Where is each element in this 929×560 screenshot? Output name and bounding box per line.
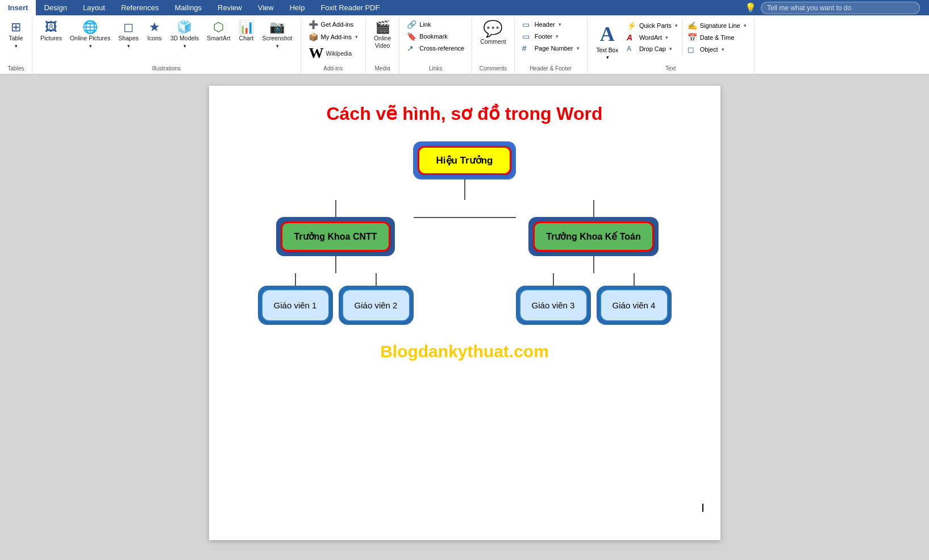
addins-group-label: Add-ins: [323, 64, 343, 73]
wordart-button[interactable]: A WordArt ▾: [624, 32, 681, 43]
3d-models-label: 3D Models: [170, 35, 199, 42]
v-connector-root: [464, 179, 465, 200]
links-group-label: Links: [429, 64, 442, 73]
bookmark-icon: 🔖: [407, 32, 417, 41]
document-page: Cách vẽ hình, sơ đồ trong Word Hiệu Trưở…: [209, 86, 720, 540]
object-icon: ◻: [688, 45, 698, 54]
chart-label: Chart: [239, 35, 254, 42]
page-number-button[interactable]: # Page Number ▾: [519, 43, 582, 54]
ribbon-group-addins: ➕ Get Add-ins 📦 My Add-ins ▾ W Wikipedia…: [301, 18, 366, 74]
tab-review[interactable]: Review: [210, 0, 250, 15]
quick-parts-button[interactable]: ⚡ Quick Parts ▾: [624, 20, 681, 31]
wordart-label: WordArt: [639, 34, 662, 41]
get-addins-icon: ➕: [309, 20, 319, 29]
ribbon-group-comments: 💬 Comment Comments: [472, 18, 515, 74]
giao-vien-3-node: Giáo viên 3: [519, 289, 588, 321]
tab-help[interactable]: Help: [282, 0, 313, 15]
tab-references[interactable]: References: [113, 0, 166, 15]
my-addins-label: My Add-ins: [321, 34, 352, 40]
page-number-icon: #: [522, 44, 532, 53]
giao-vien-2-node: Giáo viên 2: [342, 289, 410, 321]
bookmark-button[interactable]: 🔖 Bookmark: [404, 31, 451, 42]
date-time-button[interactable]: 📅 Date & Time: [685, 32, 749, 43]
header-label: Header: [535, 21, 555, 28]
bookmark-label: Bookmark: [419, 33, 448, 40]
pictures-icon: 🖼: [45, 21, 57, 34]
online-video-button[interactable]: 🎬 OnlineVideo: [370, 19, 394, 51]
page-number-arrow: ▾: [577, 45, 580, 51]
get-addins-button[interactable]: ➕ Get Add-ins: [306, 19, 356, 30]
giao-vien-2-wrap: Giáo viên 2: [339, 286, 414, 325]
pictures-label: Pictures: [40, 35, 62, 42]
link-button[interactable]: 🔗 Link: [404, 19, 434, 30]
smartart-button[interactable]: ⬡ SmartArt: [203, 19, 234, 44]
comment-icon: 💬: [483, 21, 503, 37]
tab-foxit[interactable]: Foxit Reader PDF: [313, 0, 388, 15]
signature-line-arrow: ▾: [744, 23, 747, 28]
tab-view[interactable]: View: [250, 0, 282, 15]
wikipedia-button[interactable]: W Wikipedia: [306, 44, 356, 63]
cross-reference-button[interactable]: ↗ Cross-reference: [404, 43, 467, 54]
table-label: Table: [9, 35, 23, 42]
truong-khoa-ketoan-wrap: Trưởng Khoa Kế Toán: [528, 217, 659, 256]
text-cursor: [702, 504, 703, 512]
table-button[interactable]: ⊞ Table ▾: [5, 19, 27, 51]
truong-khoa-ketoan-node: Trưởng Khoa Kế Toán: [533, 222, 654, 252]
wikipedia-icon: W: [309, 45, 324, 62]
get-addins-label: Get Add-ins: [321, 21, 353, 28]
tab-mailings[interactable]: Mailings: [166, 0, 210, 15]
link-icon: 🔗: [407, 20, 417, 29]
drop-cap-button[interactable]: A Drop Cap ▾: [624, 44, 681, 54]
online-pictures-icon: 🌐: [82, 21, 98, 34]
object-label: Object: [700, 46, 718, 53]
ribbon-group-illustrations: 🖼 Pictures 🌐 Online Pictures ▾ ◻ Shapes …: [32, 18, 301, 74]
footer-label: Footer: [535, 33, 553, 40]
text-group-label: Text: [665, 64, 676, 73]
screenshot-icon: 📷: [269, 21, 285, 34]
online-video-label: OnlineVideo: [374, 35, 391, 49]
ribbon-group-tables: ⊞ Table ▾ Tables: [0, 18, 32, 74]
chart-button[interactable]: 📊 Chart: [235, 19, 257, 44]
header-footer-group-label: Header & Footer: [530, 64, 572, 73]
header-icon: ▭: [522, 20, 532, 29]
my-addins-button[interactable]: 📦 My Add-ins ▾: [306, 31, 361, 43]
3d-models-button[interactable]: 🧊 3D Models ▾: [167, 19, 202, 51]
text-box-button[interactable]: A Text Box ▾: [592, 19, 623, 64]
chart-icon: 📊: [239, 21, 254, 34]
text-box-label: Text Box: [597, 47, 618, 53]
tab-design[interactable]: Design: [36, 0, 74, 15]
wordart-arrow: ▾: [665, 35, 668, 40]
shapes-arrow: ▾: [127, 43, 130, 49]
online-video-icon: 🎬: [375, 21, 390, 34]
comment-button[interactable]: 💬 Comment: [477, 19, 510, 48]
document-title: Cách vẽ hình, sơ đồ trong Word: [232, 103, 698, 124]
giao-vien-4-wrap: Giáo viên 4: [597, 286, 672, 325]
screenshot-button[interactable]: 📷 Screenshot ▾: [259, 19, 295, 51]
wikipedia-label: Wikipedia: [326, 50, 352, 57]
wordart-icon: A: [627, 33, 637, 42]
my-addins-icon: 📦: [309, 32, 319, 41]
online-pictures-button[interactable]: 🌐 Online Pictures ▾: [66, 19, 114, 51]
ribbon-tabs: Insert Design Layout References Mailings…: [0, 0, 388, 15]
page-number-label: Page Number: [535, 45, 573, 52]
object-button[interactable]: ◻ Object ▾: [685, 44, 749, 55]
pictures-button[interactable]: 🖼 Pictures: [37, 19, 65, 44]
table-dropdown-arrow: ▾: [15, 43, 18, 49]
header-button[interactable]: ▭ Header ▾: [519, 19, 564, 30]
shapes-button[interactable]: ◻ Shapes ▾: [115, 19, 142, 51]
ribbon-group-header-footer: ▭ Header ▾ ▭ Footer ▾ # Page Number ▾ He…: [515, 18, 588, 74]
tell-me-input[interactable]: [761, 2, 920, 14]
document-area: Cách vẽ hình, sơ đồ trong Word Hiệu Trưở…: [0, 74, 929, 551]
3d-models-icon: 🧊: [177, 21, 192, 34]
signature-line-button[interactable]: ✍ Signature Line ▾: [685, 20, 749, 31]
org-chart: Hiệu Trưởng Trưởng Khoa CNTT: [232, 141, 698, 325]
tab-layout[interactable]: Layout: [75, 0, 113, 15]
quick-parts-icon: ⚡: [627, 21, 637, 30]
footer-icon: ▭: [522, 32, 532, 41]
icons-button[interactable]: ★ Icons: [143, 19, 166, 44]
illustrations-group-label: Illustrations: [152, 64, 181, 73]
ribbon-group-media: 🎬 OnlineVideo Media: [366, 18, 399, 74]
tab-insert[interactable]: Insert: [0, 0, 36, 15]
3d-models-arrow: ▾: [184, 43, 186, 49]
footer-button[interactable]: ▭ Footer ▾: [519, 31, 562, 42]
